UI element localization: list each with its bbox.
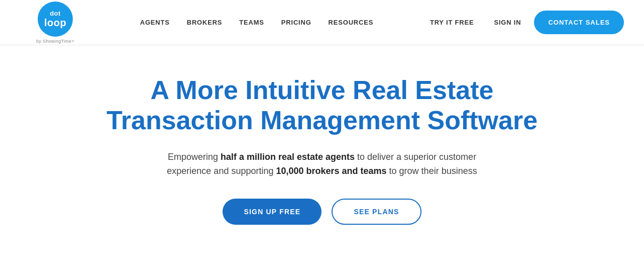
main-nav: AGENTS BROKERS TEAMS PRICING RESOURCES bbox=[90, 15, 423, 30]
hero-subtitle-part1: Empowering bbox=[168, 152, 221, 162]
site-header: dot loop by ShowingTime+ AGENTS BROKERS … bbox=[0, 0, 644, 45]
nav-agents[interactable]: AGENTS bbox=[133, 15, 177, 30]
logo-tagline: by ShowingTime+ bbox=[36, 39, 74, 44]
nav-pricing[interactable]: PRICING bbox=[274, 15, 318, 30]
see-plans-button[interactable]: SEE PLANS bbox=[332, 199, 421, 225]
hero-title: A More Intuitive Real Estate Transaction… bbox=[106, 75, 538, 136]
nav-teams[interactable]: TEAMS bbox=[232, 15, 271, 30]
logo-inner: dot loop bbox=[44, 10, 66, 27]
hero-section: A More Intuitive Real Estate Transaction… bbox=[0, 45, 644, 255]
header-actions: TRY IT FREE SIGN IN CONTACT SALES bbox=[423, 11, 624, 34]
logo-dot: dot bbox=[50, 10, 61, 17]
contact-sales-button[interactable]: CONTACT SALES bbox=[534, 11, 624, 34]
hero-title-line2: Transaction Management Software bbox=[106, 106, 538, 135]
nav-brokers[interactable]: BROKERS bbox=[180, 15, 230, 30]
hero-subtitle-part3: to grow their business bbox=[387, 166, 477, 176]
hero-buttons: SIGN UP FREE SEE PLANS bbox=[223, 199, 421, 225]
hero-subtitle-bold1: half a million real estate agents bbox=[221, 152, 355, 162]
logo-circle: dot loop bbox=[38, 2, 73, 37]
nav-resources[interactable]: RESOURCES bbox=[321, 15, 381, 30]
try-free-link[interactable]: TRY IT FREE bbox=[423, 15, 481, 30]
hero-title-line1: A More Intuitive Real Estate bbox=[151, 75, 494, 105]
logo-loop: loop bbox=[44, 18, 66, 28]
sign-in-link[interactable]: SIGN IN bbox=[487, 15, 528, 30]
hero-subtitle: Empowering half a million real estate ag… bbox=[146, 150, 498, 179]
hero-subtitle-bold2: 10,000 brokers and teams bbox=[276, 166, 386, 176]
signup-free-button[interactable]: SIGN UP FREE bbox=[223, 199, 321, 225]
logo[interactable]: dot loop by ShowingTime+ bbox=[20, 2, 90, 44]
